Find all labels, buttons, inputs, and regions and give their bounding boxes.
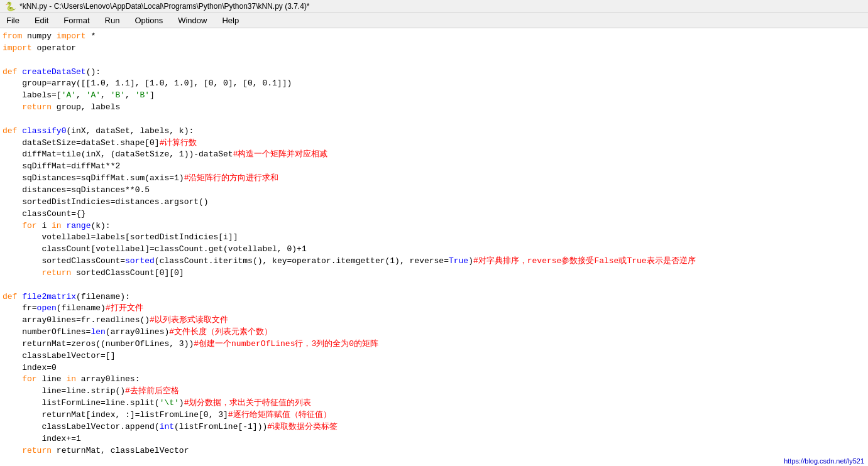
status-url: https://blog.csdn.net/ly521 [784,457,864,462]
code-editor[interactable]: from numpy import * import operator def … [0,28,868,462]
title-text: *kNN.py - C:\Users\Lenovo\AppData\Local\… [19,2,310,11]
menu-file[interactable]: File [3,14,23,26]
title-bar: 🐍 *kNN.py - C:\Users\Lenovo\AppData\Loca… [0,0,868,13]
menu-help[interactable]: Help [218,14,243,26]
menu-format[interactable]: Format [60,14,93,26]
menu-run[interactable]: Run [101,14,124,26]
menu-bar: File Edit Format Run Options Window Help [0,13,868,28]
menu-options[interactable]: Options [131,14,167,26]
menu-window[interactable]: Window [174,14,211,26]
menu-edit[interactable]: Edit [31,14,52,26]
python-icon: 🐍 [5,1,16,11]
status-bar: https://blog.csdn.net/ly521 [780,456,868,462]
